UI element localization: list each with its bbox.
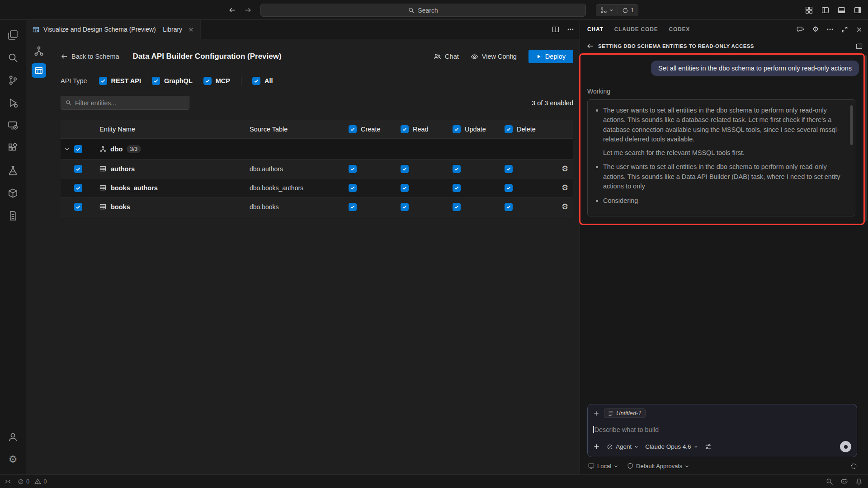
mcp-checkbox[interactable] xyxy=(203,77,212,85)
schema-group-row[interactable]: dbo 3/3 xyxy=(61,139,573,160)
open-session-in-editor-icon[interactable] xyxy=(856,43,863,50)
read-checkbox[interactable] xyxy=(401,203,409,211)
update-all-checkbox[interactable] xyxy=(453,125,461,133)
chat-more-actions-icon[interactable] xyxy=(826,26,834,33)
settings-gear-icon[interactable]: ⚙ xyxy=(2,448,24,471)
chat-input-box[interactable]: Untitled-1 Describe what to build Agent xyxy=(587,404,857,457)
all-checkbox[interactable] xyxy=(252,77,260,85)
session-back-icon[interactable] xyxy=(586,42,594,50)
attach-icon[interactable] xyxy=(593,443,600,450)
delete-checkbox[interactable] xyxy=(505,184,513,192)
api-option-all[interactable]: All xyxy=(252,77,273,85)
chat-mode-dropdown-icon[interactable] xyxy=(797,26,805,33)
update-checkbox[interactable] xyxy=(453,184,461,192)
session-count: 1 xyxy=(631,7,634,14)
toggle-sidebar-icon[interactable] xyxy=(821,6,829,14)
delete-checkbox[interactable] xyxy=(505,203,513,211)
remote-indicator-icon[interactable] xyxy=(5,478,11,485)
history-back-icon[interactable] xyxy=(228,6,236,14)
deploy-button[interactable]: Deploy xyxy=(528,50,573,63)
tab-codex[interactable]: CODEX xyxy=(669,26,690,33)
add-context-icon[interactable] xyxy=(593,410,599,417)
customize-layout-icon[interactable] xyxy=(805,6,813,14)
tab-chat[interactable]: CHAT xyxy=(587,26,604,33)
account-icon[interactable] xyxy=(2,426,24,448)
toggle-panel-icon[interactable] xyxy=(838,6,845,14)
create-checkbox[interactable] xyxy=(349,203,357,211)
command-center-search[interactable]: Search xyxy=(260,4,586,17)
entity-settings-gear-icon[interactable]: ⚙ xyxy=(557,202,573,211)
entity-settings-gear-icon[interactable]: ⚙ xyxy=(557,164,573,174)
tab-close-icon[interactable] xyxy=(188,27,194,33)
create-checkbox[interactable] xyxy=(349,165,357,173)
zoom-status-icon[interactable] xyxy=(826,478,833,485)
rest-api-checkbox[interactable] xyxy=(99,77,107,85)
tab-claude-code[interactable]: CLAUDE CODE xyxy=(614,26,658,33)
toggle-secondary-sidebar-icon[interactable] xyxy=(854,6,862,14)
notebook-icon[interactable] xyxy=(2,204,24,227)
run-debug-icon[interactable] xyxy=(2,91,24,114)
problems-indicator[interactable]: 0 0 xyxy=(18,478,47,485)
context-file-chip[interactable]: Untitled-1 xyxy=(604,408,646,418)
row-checkbox[interactable] xyxy=(74,203,82,211)
history-forward-icon[interactable] xyxy=(244,6,252,14)
schema-tab-icon xyxy=(33,26,39,33)
chevron-down-icon[interactable] xyxy=(64,146,70,152)
delete-checkbox[interactable] xyxy=(505,165,513,173)
dbo-group-checkbox[interactable] xyxy=(74,145,82,153)
copilot-sessions-button[interactable] xyxy=(596,7,618,14)
entity-settings-gear-icon[interactable]: ⚙ xyxy=(557,183,573,192)
update-checkbox[interactable] xyxy=(453,165,461,173)
close-panel-icon[interactable] xyxy=(856,26,863,33)
chat-scrollbar[interactable] xyxy=(864,55,867,221)
database-projects-icon[interactable] xyxy=(2,182,24,204)
entity-row-authors[interactable]: authors dbo.authors ⚙ xyxy=(61,160,573,178)
create-checkbox[interactable] xyxy=(349,184,357,192)
delete-all-checkbox[interactable] xyxy=(505,125,513,133)
api-option-mcp[interactable]: MCP xyxy=(203,77,230,85)
model-picker[interactable]: Claude Opus 4.6 xyxy=(645,443,698,450)
dab-config-view-icon[interactable] xyxy=(32,63,46,78)
read-all-checkbox[interactable] xyxy=(401,125,409,133)
api-option-rest[interactable]: REST API xyxy=(99,77,141,85)
schema-designer-icon[interactable] xyxy=(34,46,44,56)
approvals-picker[interactable]: Default Approvals xyxy=(627,463,689,469)
voice-send-button[interactable] xyxy=(840,441,851,452)
entity-row-books[interactable]: books dbo.books ⚙ xyxy=(61,197,573,216)
chat-settings-gear-icon[interactable]: ⚙ xyxy=(812,26,819,33)
thinking-item: The user wants to set all entities in th… xyxy=(595,162,841,191)
active-session-count-button[interactable]: 1 xyxy=(618,7,638,14)
row-checkbox[interactable] xyxy=(74,184,82,192)
more-actions-icon[interactable] xyxy=(567,26,574,33)
view-config-button[interactable]: View Config xyxy=(471,53,517,61)
thinking-container[interactable]: The user wants to set all entities in th… xyxy=(587,99,855,216)
update-checkbox[interactable] xyxy=(453,203,461,211)
mode-picker[interactable]: Agent xyxy=(607,443,638,450)
status-bar: 0 0 xyxy=(0,474,868,488)
graphql-checkbox[interactable] xyxy=(152,77,160,85)
testing-icon[interactable] xyxy=(2,159,24,182)
filter-entities-input[interactable]: Filter entities... xyxy=(61,96,189,110)
maximize-panel-icon[interactable] xyxy=(841,26,848,33)
remote-explorer-icon[interactable] xyxy=(2,114,24,136)
extensions-icon[interactable] xyxy=(2,136,24,159)
search-view-icon[interactable] xyxy=(2,46,24,69)
copilot-status-icon[interactable] xyxy=(840,478,848,485)
back-to-schema-button[interactable]: Back to Schema xyxy=(61,53,119,60)
chat-button[interactable]: Chat xyxy=(434,53,459,61)
tools-sliders-icon[interactable] xyxy=(705,443,712,450)
thinking-scrollbar[interactable] xyxy=(850,105,853,145)
editor-tab[interactable]: Visualize and Design Schema (Preview) – … xyxy=(26,20,201,39)
chat-panel: CHAT CLAUDE CODE CODEX ⚙ xyxy=(580,20,868,474)
row-checkbox[interactable] xyxy=(74,165,82,173)
environment-picker[interactable]: Local xyxy=(588,463,618,469)
source-control-icon[interactable] xyxy=(2,69,24,91)
explorer-icon[interactable] xyxy=(2,23,24,46)
read-checkbox[interactable] xyxy=(401,184,409,192)
create-all-checkbox[interactable] xyxy=(349,125,357,133)
bell-icon[interactable] xyxy=(855,478,863,485)
api-option-graphql[interactable]: GraphQL xyxy=(152,77,193,85)
read-checkbox[interactable] xyxy=(401,165,409,173)
split-editor-icon[interactable] xyxy=(552,26,559,33)
entity-row-books-authors[interactable]: books_authors dbo.books_authors ⚙ xyxy=(61,178,573,197)
